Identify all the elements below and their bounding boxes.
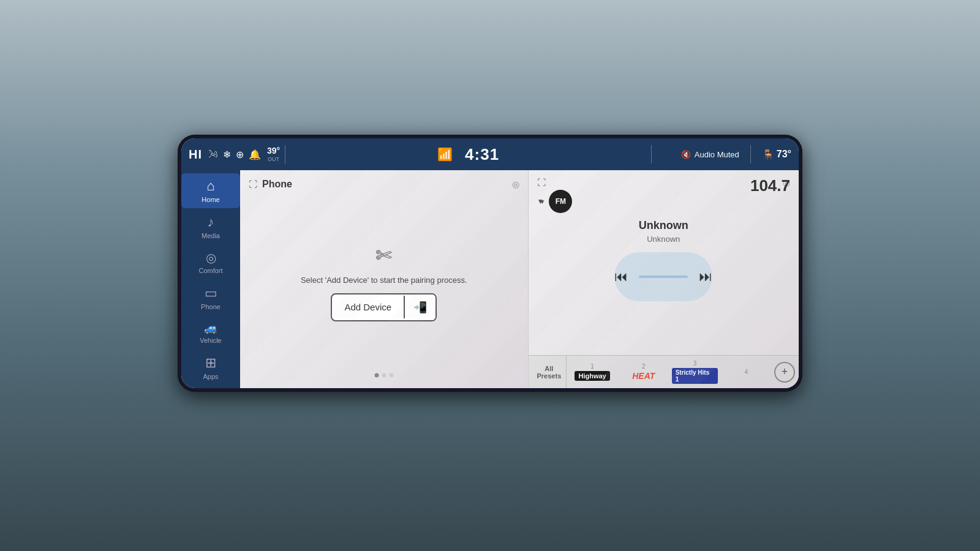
radio-progress-bar [639,276,688,278]
fan-icon[interactable]: 🌬 [208,149,218,160]
preset-4-num: 4 [744,369,748,375]
status-divider-1 [285,145,285,163]
comfort-icon: ◎ [206,250,216,265]
fm-label: FM [556,197,566,206]
preset-3-logo: Strictly Hits 1 [672,368,718,384]
seat-temp-display: 🪑 73° [762,149,791,160]
outside-temp: 39° OUT [267,146,280,163]
prev-track-button[interactable]: ⏮ [614,269,628,285]
preset-2-num: 2 [642,363,646,370]
radio-fm-row: ▼ FM 104.7 [529,187,799,216]
infotainment-screen: HI 🌬 ❄ ⊕ 🔔 39° OUT 📶 4:31 [181,138,799,388]
status-left: HI 🌬 ❄ ⊕ 🔔 39° OUT [189,146,280,163]
radio-artwork: ⏮ ⏭ [614,252,712,301]
status-right: 🔇 Audio Muted 🪑 73° [657,145,791,163]
status-bar: HI 🌬 ❄ ⊕ 🔔 39° OUT 📶 4:31 [181,138,799,170]
sidebar-phone-label: Phone [201,303,221,310]
presets-label: Presets [537,372,562,380]
add-device-button[interactable]: Add Device 📲 [331,293,437,321]
phone-panel-header: ⛶ Phone ◎ [249,179,519,190]
svg-point-0 [374,373,379,378]
preset-4[interactable]: 4 [720,366,772,378]
audio-muted-text: Audio Muted [695,150,739,159]
svg-point-2 [389,373,393,378]
phone-header-left: ⛶ Phone [249,179,292,190]
preset-3-num: 3 [693,360,697,367]
sidebar-media-label: Media [202,232,220,239]
sidebar-item-phone[interactable]: ▭ Phone [181,280,240,315]
sidebar-item-media[interactable]: ♪ Media [181,209,240,244]
expand-icon[interactable]: ⛶ [249,179,257,189]
radio-body: Unknown Unknown ⏮ ⏭ [529,216,799,355]
phone-hint-text: Select 'Add Device' to start the pairing… [301,276,467,285]
radio-frequency: 104.7 [750,176,790,195]
preset-2-logo: HEAT [632,371,655,381]
audio-muted-indicator: 🔇 Audio Muted [681,150,739,159]
inside-temp-value: 73° [777,149,791,160]
phone-panel-title: Phone [262,179,292,190]
status-divider-2 [651,145,652,163]
preset-1-num: 1 [590,363,594,370]
next-track-button[interactable]: ⏭ [699,269,712,285]
song-artist: Unknown [647,234,680,244]
add-preset-icon: + [782,365,788,378]
sidebar-home-label: Home [202,196,219,203]
status-divider-3 [750,145,751,163]
phone-menu-icon[interactable]: ◎ [512,179,519,189]
radio-controls: ⏮ ⏭ [614,269,712,285]
add-preset-button[interactable]: + [774,362,795,383]
add-device-icon: 📲 [405,294,435,320]
status-icons: 🌬 ❄ ⊕ 🔔 [208,149,261,160]
greeting-text: HI [189,148,202,162]
phone-nav-icon: ▭ [205,285,217,301]
status-center: 📶 4:31 [290,145,646,164]
seat-icon: 🪑 [762,149,774,160]
sidebar: ⌂ Home ♪ Media ◎ Comfort ▭ Phone [181,170,240,388]
bell-icon[interactable]: 🔔 [249,149,261,160]
content-area: ⛶ Phone ◎ ✄ Select 'Add Device' to start… [240,170,799,388]
phone-panel: ⛶ Phone ◎ ✄ Select 'Add Device' to start… [240,170,529,388]
screen-bezel: HI 🌬 ❄ ⊕ 🔔 39° OUT 📶 4:31 [178,135,802,392]
add-device-label: Add Device [332,296,405,318]
all-label: All [545,365,553,372]
radio-panel: ⛶ ◎ ▼ FM 104.7 [529,170,799,388]
sidebar-vehicle-label: Vehicle [200,337,221,344]
dashboard-background: HI 🌬 ❄ ⊕ 🔔 39° OUT 📶 4:31 [0,0,980,551]
sidebar-apps-label: Apps [203,373,218,380]
radio-info: Unknown Unknown [639,219,688,244]
phone-content: ✄ Select 'Add Device' to start the pairi… [249,195,519,370]
clock-display: 4:31 [465,145,499,164]
presets-bar: All Presets 1 Highway 2 HEAT [529,355,799,388]
mute-icon: 🔇 [681,150,691,159]
bluetooth-icon[interactable]: ⊕ [236,149,244,160]
preset-3[interactable]: 3 Strictly Hits 1 [669,358,721,386]
song-title: Unknown [639,219,688,232]
preset-1-logo: Highway [575,371,609,381]
radio-expand-icon[interactable]: ⛶ [537,178,546,187]
main-area: ⌂ Home ♪ Media ◎ Comfort ▭ Phone [181,170,799,388]
preset-1[interactable]: 1 Highway [567,361,618,383]
outside-temp-label: OUT [268,156,279,163]
home-icon: ⌂ [206,178,214,194]
bluetooth-pair-icon: ✄ [375,244,392,267]
all-presets-button[interactable]: All Presets [532,356,567,388]
sidebar-item-comfort[interactable]: ◎ Comfort [181,246,240,279]
vehicle-icon: 🚙 [204,321,217,335]
apps-icon: ⊞ [205,355,216,371]
ac-icon[interactable]: ❄ [223,149,231,160]
sidebar-comfort-label: Comfort [198,267,222,274]
outside-temp-value: 39° [267,146,280,156]
sidebar-item-home[interactable]: ⌂ Home [181,173,240,208]
fm-badge[interactable]: FM [549,190,572,213]
sidebar-item-vehicle[interactable]: 🚙 Vehicle [181,317,240,349]
sidebar-item-apps[interactable]: ⊞ Apps [181,350,240,385]
dot-indicator [372,372,396,378]
media-icon: ♪ [208,214,214,230]
wifi-icon[interactable]: 📶 [437,147,453,162]
panel-page-indicator [249,370,519,380]
svg-point-1 [382,373,386,378]
preset-2[interactable]: 2 HEAT [618,361,669,383]
